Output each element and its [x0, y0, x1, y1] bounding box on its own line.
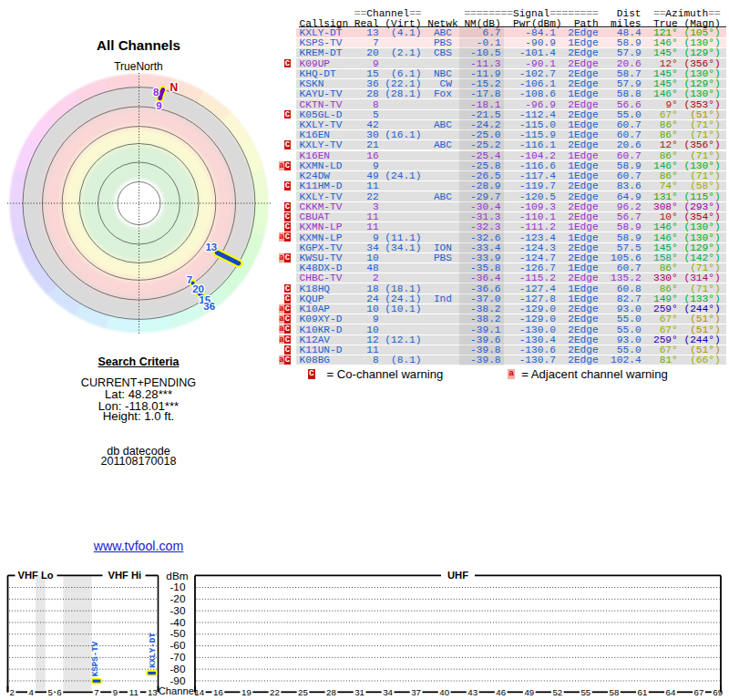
svg-text:55: 55	[580, 687, 590, 697]
svg-text:61: 61	[638, 687, 648, 697]
svg-text:43: 43	[467, 687, 477, 697]
svg-text:5: 5	[48, 687, 53, 697]
svg-text:46: 46	[496, 687, 506, 697]
svg-text:VHF Lo: VHF Lo	[17, 570, 53, 581]
svg-text:64: 64	[666, 687, 676, 697]
svg-text:25: 25	[298, 687, 308, 697]
svg-text:34: 34	[383, 687, 393, 697]
svg-text:7: 7	[94, 687, 98, 697]
svg-text:40: 40	[439, 687, 449, 697]
svg-text:52: 52	[552, 687, 562, 697]
svg-text:13: 13	[148, 687, 158, 697]
svg-text:22: 22	[270, 687, 280, 697]
svg-text:Channel: Channel	[159, 685, 197, 696]
svg-text:37: 37	[411, 687, 421, 697]
svg-text:6: 6	[56, 687, 61, 697]
svg-text:2: 2	[10, 687, 15, 697]
svg-text:11: 11	[129, 687, 139, 697]
svg-text:14: 14	[194, 687, 204, 697]
svg-text:VHF Hi: VHF Hi	[108, 570, 141, 581]
svg-text:19: 19	[241, 687, 252, 697]
svg-text:KSPS-TV: KSPS-TV	[90, 641, 100, 676]
svg-text:UHF: UHF	[447, 570, 468, 581]
svg-text:-60: -60	[169, 639, 185, 652]
svg-text:58: 58	[610, 687, 620, 697]
svg-text:67: 67	[694, 687, 704, 697]
svg-text:31: 31	[354, 687, 364, 697]
svg-text:49: 49	[524, 687, 534, 697]
svg-text:28: 28	[326, 687, 336, 697]
svg-text:KXLY-DT: KXLY-DT	[148, 633, 158, 668]
svg-text:4: 4	[29, 687, 35, 697]
svg-text:9: 9	[113, 687, 118, 697]
svg-text:16: 16	[213, 687, 223, 697]
